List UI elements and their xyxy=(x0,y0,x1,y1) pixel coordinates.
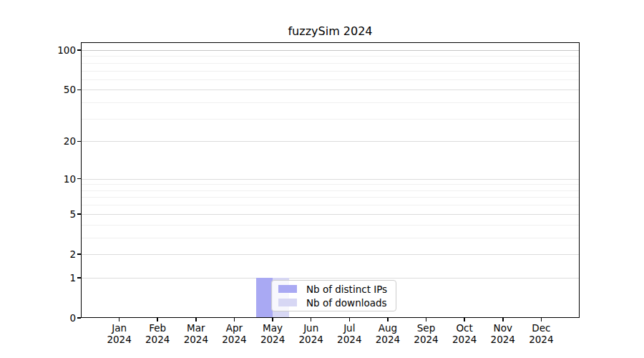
x-axis-tick xyxy=(387,318,389,321)
gridline-major xyxy=(81,278,580,279)
legend-swatch-downloads-icon xyxy=(278,299,297,306)
x-axis-tick xyxy=(502,318,504,321)
gridline-major xyxy=(81,90,580,90)
legend-swatch-distinct-ips-icon xyxy=(278,285,297,293)
gridline-minor xyxy=(81,71,580,72)
y-axis-tick xyxy=(77,253,81,255)
x-axis-tick xyxy=(195,318,197,321)
gridline-minor xyxy=(81,225,580,226)
y-axis-tick xyxy=(77,90,81,91)
y-tick-label: 0 xyxy=(44,313,76,323)
y-axis-tick xyxy=(77,178,81,180)
x-axis-tick xyxy=(464,318,465,321)
x-axis-tick xyxy=(119,318,120,321)
gridline-minor xyxy=(81,197,580,198)
x-tick-month: Dec xyxy=(518,322,564,334)
y-tick-label: 50 xyxy=(44,84,76,95)
gridline-major xyxy=(81,214,580,215)
x-axis-tick xyxy=(157,318,158,321)
gridline-major xyxy=(81,179,580,180)
gridline-minor xyxy=(81,190,580,191)
legend-label-downloads: Nb of downloads xyxy=(306,297,387,309)
gridline-minor xyxy=(81,79,580,80)
legend-item-distinct-ips: Nb of distinct IPs xyxy=(272,282,396,296)
y-axis-tick xyxy=(77,213,81,215)
y-axis-tick xyxy=(77,277,81,279)
gridline-minor xyxy=(81,238,580,238)
gridline-major xyxy=(81,254,580,255)
gridline-minor xyxy=(81,184,580,185)
plot-frame xyxy=(81,42,580,318)
chart-title: fuzzySim 2024 xyxy=(81,24,580,39)
y-axis-tick xyxy=(77,141,81,142)
figure: fuzzySim 2024 Nb of distinct IPs Nb of d… xyxy=(0,0,644,358)
gridline-minor xyxy=(81,102,580,103)
x-axis-tick xyxy=(426,318,427,321)
gridline-minor xyxy=(81,119,580,120)
y-tick-label: 10 xyxy=(44,174,76,184)
y-tick-label: 2 xyxy=(44,249,76,259)
y-tick-label: 100 xyxy=(44,45,76,55)
gridline-major xyxy=(81,141,580,142)
y-tick-label: 1 xyxy=(44,273,76,283)
gridline-major xyxy=(81,50,580,51)
y-tick-label: 5 xyxy=(44,209,76,219)
x-axis-tick xyxy=(349,318,351,321)
legend-item-downloads: Nb of downloads xyxy=(272,296,396,309)
x-axis-tick xyxy=(311,318,312,321)
legend-label-distinct-ips: Nb of distinct IPs xyxy=(306,284,387,295)
y-axis-tick xyxy=(77,317,81,319)
x-tick-year: 2024 xyxy=(518,334,564,345)
x-axis-tick xyxy=(541,318,542,321)
x-axis-tick xyxy=(234,318,235,321)
gridline-minor xyxy=(81,63,580,64)
y-tick-label: 20 xyxy=(44,136,76,146)
bar-distinct-ips xyxy=(256,278,273,318)
plot-area: Nb of distinct IPs Nb of downloads xyxy=(81,42,580,318)
gridline-minor xyxy=(81,56,580,57)
x-tick-label: Dec2024 xyxy=(518,322,564,345)
x-axis-tick xyxy=(272,318,273,321)
y-axis-tick xyxy=(77,49,81,51)
gridline-minor xyxy=(81,205,580,205)
legend: Nb of distinct IPs Nb of downloads xyxy=(271,280,396,311)
